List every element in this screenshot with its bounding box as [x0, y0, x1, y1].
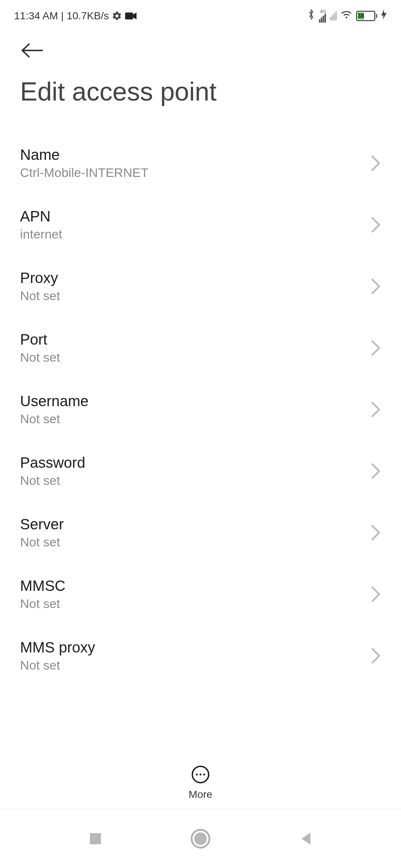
row-label: Password [20, 454, 85, 471]
status-left: 11:34 AM | 10.7KB/s [14, 10, 137, 22]
signal-sim1: 4G [319, 9, 326, 23]
page-title: Edit access point [0, 66, 401, 132]
nav-home[interactable] [190, 829, 211, 849]
chevron-right-icon [371, 463, 381, 479]
back-arrow-icon [21, 43, 44, 58]
row-value: Not set [20, 596, 65, 611]
row-label: Name [20, 147, 149, 163]
svg-point-8 [194, 832, 207, 845]
row-password[interactable]: Password Not set [20, 440, 381, 502]
row-mmsc[interactable]: MMSC Not set [20, 563, 381, 625]
row-value: Ctrl-Mobile-INTERNET [20, 165, 149, 180]
chevron-right-icon [371, 401, 381, 418]
svg-point-5 [203, 774, 205, 776]
more-label: More [189, 789, 212, 800]
video-camera-icon [125, 11, 137, 20]
battery-icon: 38 [356, 11, 377, 21]
row-value: Not set [20, 412, 89, 426]
svg-point-3 [196, 774, 198, 776]
svg-point-4 [200, 774, 202, 776]
triangle-back-icon [299, 831, 313, 846]
signal-sim2 [330, 11, 337, 20]
row-value: internet [20, 227, 62, 241]
square-icon [88, 832, 102, 846]
row-value: Not set [20, 350, 60, 365]
row-value: Not set [20, 658, 95, 673]
row-label: Proxy [20, 270, 60, 286]
bluetooth-icon [307, 9, 315, 23]
status-right: 4G 38 [307, 9, 387, 23]
row-label: MMSC [20, 578, 65, 594]
chevron-right-icon [371, 525, 381, 541]
row-value: Not set [20, 535, 64, 549]
row-mms-proxy[interactable]: MMS proxy Not set [20, 625, 381, 687]
navigation-bar [0, 809, 401, 868]
status-bar: 11:34 AM | 10.7KB/s 4G 38 [0, 0, 401, 28]
row-value: Not set [20, 289, 60, 303]
wifi-icon [340, 10, 352, 22]
row-label: Server [20, 516, 64, 533]
row-server[interactable]: Server Not set [20, 502, 381, 563]
nav-back[interactable] [299, 831, 313, 846]
charging-icon [381, 9, 387, 22]
chevron-right-icon [371, 155, 381, 171]
more-action[interactable]: More [0, 754, 401, 808]
svg-rect-0 [125, 12, 133, 19]
row-username[interactable]: Username Not set [20, 379, 381, 440]
nav-recent[interactable] [88, 832, 102, 846]
row-label: APN [20, 208, 62, 225]
gear-icon [112, 11, 122, 21]
chevron-right-icon [371, 278, 381, 295]
battery-fill: 38 [358, 13, 364, 19]
chevron-right-icon [371, 648, 381, 664]
row-proxy[interactable]: Proxy Not set [20, 256, 381, 317]
row-label: Username [20, 393, 89, 410]
circle-icon [190, 829, 211, 849]
status-net-speed: 10.7KB/s [67, 10, 109, 22]
more-icon [191, 765, 210, 784]
back-button[interactable] [0, 28, 401, 66]
chevron-right-icon [371, 340, 381, 356]
row-port[interactable]: Port Not set [20, 317, 381, 379]
status-divider: | [61, 10, 63, 22]
row-apn[interactable]: APN internet [20, 194, 381, 256]
row-name[interactable]: Name Ctrl-Mobile-INTERNET [20, 132, 381, 194]
chevron-right-icon [371, 217, 381, 233]
row-label: MMS proxy [20, 639, 95, 656]
status-time: 11:34 AM [14, 10, 58, 22]
chevron-right-icon [371, 586, 381, 602]
row-label: Port [20, 331, 60, 348]
row-value: Not set [20, 473, 85, 488]
settings-list: Name Ctrl-Mobile-INTERNET APN internet P… [0, 132, 401, 687]
svg-rect-6 [90, 833, 101, 844]
